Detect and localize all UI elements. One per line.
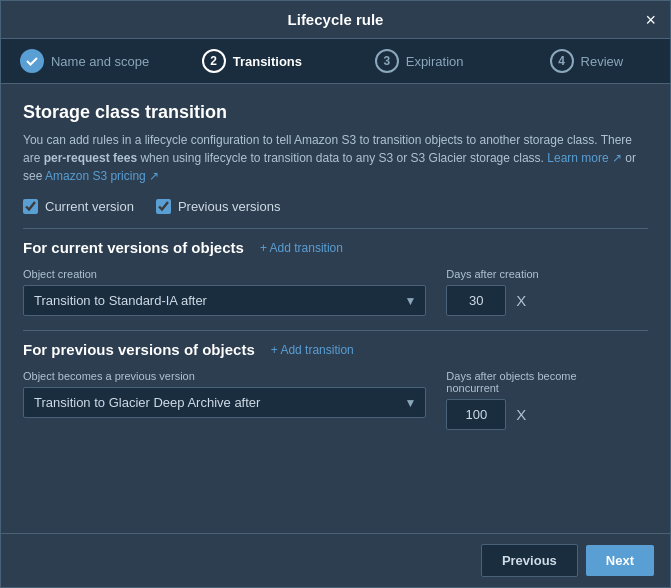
current-version-checkbox-label[interactable]: Current version	[23, 199, 134, 214]
previous-versions-checkbox[interactable]	[156, 199, 171, 214]
previous-versions-checkbox-label[interactable]: Previous versions	[156, 199, 281, 214]
modal-title: Lifecycle rule	[288, 11, 384, 28]
modal-footer: Previous Next	[1, 533, 670, 587]
previous-object-group: Object becomes a previous version Transi…	[23, 370, 426, 418]
learn-more-link[interactable]: Learn more ↗	[547, 151, 622, 165]
previous-versions-header: For previous versions of objects + Add t…	[23, 330, 648, 358]
previous-form-row: Object becomes a previous version Transi…	[23, 370, 648, 430]
previous-days-label: Days after objects becomenoncurrent	[446, 370, 648, 394]
desc-bold: per-request fees	[44, 151, 137, 165]
current-transition-select[interactable]: Transition to Standard-IA after Transiti…	[23, 285, 426, 316]
description: You can add rules in a lifecycle configu…	[23, 131, 648, 185]
step-name-scope[interactable]: Name and scope	[1, 49, 168, 73]
current-versions-header: For current versions of objects + Add tr…	[23, 228, 648, 256]
current-days-input[interactable]	[446, 285, 506, 316]
section-title: Storage class transition	[23, 102, 648, 123]
current-days-label: Days after creation	[446, 268, 648, 280]
current-transition-select-wrapper: Transition to Standard-IA after Transiti…	[23, 285, 426, 316]
previous-transition-select[interactable]: Transition to Standard-IA after Transiti…	[23, 387, 426, 418]
s3-pricing-link[interactable]: Amazon S3 pricing ↗	[45, 169, 159, 183]
checkmark-icon	[23, 52, 41, 70]
modal-header: Lifecycle rule ×	[1, 1, 670, 39]
version-checkboxes: Current version Previous versions	[23, 199, 648, 214]
step-label-4: Review	[581, 54, 624, 69]
previous-days-remove-button[interactable]: X	[512, 406, 530, 423]
svg-point-0	[24, 53, 40, 69]
step-circle-1	[20, 49, 44, 73]
step-label-1: Name and scope	[51, 54, 149, 69]
previous-days-input[interactable]	[446, 399, 506, 430]
lifecycle-rule-modal: Lifecycle rule × Name and scope 2 Transi…	[0, 0, 671, 588]
step-circle-3: 3	[375, 49, 399, 73]
add-transition-previous-link[interactable]: + Add transition	[271, 343, 354, 357]
add-transition-current-link[interactable]: + Add transition	[260, 241, 343, 255]
step-circle-4: 4	[550, 49, 574, 73]
current-object-creation-label: Object creation	[23, 268, 426, 280]
current-version-checkbox[interactable]	[23, 199, 38, 214]
step-label-3: Expiration	[406, 54, 464, 69]
current-days-remove-button[interactable]: X	[512, 292, 530, 309]
step-circle-2: 2	[202, 49, 226, 73]
current-object-creation-group: Object creation Transition to Standard-I…	[23, 268, 426, 316]
step-transitions[interactable]: 2 Transitions	[168, 49, 335, 73]
close-button[interactable]: ×	[645, 11, 656, 29]
current-days-group: Days after creation X	[446, 268, 648, 316]
previous-days-group: Days after objects becomenoncurrent X	[446, 370, 648, 430]
current-version-label: Current version	[45, 199, 134, 214]
steps-bar: Name and scope 2 Transitions 3 Expiratio…	[1, 39, 670, 84]
previous-days-input-row: X	[446, 399, 648, 430]
current-form-row: Object creation Transition to Standard-I…	[23, 268, 648, 316]
modal-body: Storage class transition You can add rul…	[1, 84, 670, 533]
previous-section-title: For previous versions of objects	[23, 341, 255, 358]
step-expiration[interactable]: 3 Expiration	[336, 49, 503, 73]
previous-transition-select-wrapper: Transition to Standard-IA after Transiti…	[23, 387, 426, 418]
previous-versions-label: Previous versions	[178, 199, 281, 214]
current-days-input-row: X	[446, 285, 648, 316]
previous-button[interactable]: Previous	[481, 544, 578, 577]
previous-object-label: Object becomes a previous version	[23, 370, 426, 382]
desc-part2: when using lifecycle to transition data …	[137, 151, 547, 165]
next-button[interactable]: Next	[586, 545, 654, 576]
step-label-2: Transitions	[233, 54, 302, 69]
step-review[interactable]: 4 Review	[503, 49, 670, 73]
current-section-title: For current versions of objects	[23, 239, 244, 256]
